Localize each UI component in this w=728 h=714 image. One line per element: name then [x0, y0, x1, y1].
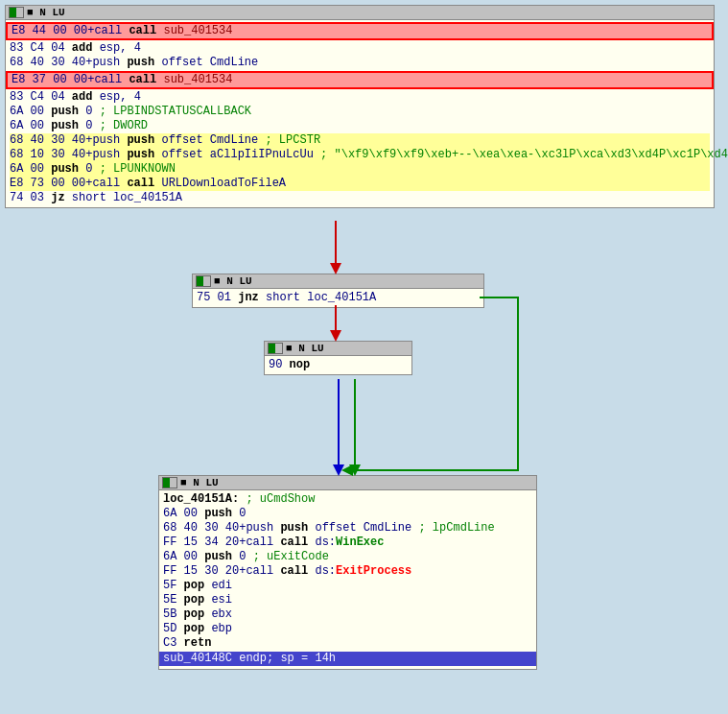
asm-line: 90 nop [269, 358, 408, 372]
asm-line: loc_40151A: ; uCmdShow [163, 492, 532, 507]
asm-line: 5B pop ebx [163, 607, 532, 622]
asm-line: 6A 00 push 0 ; LPBINDSTATUSCALLBACK [10, 105, 710, 119]
jnz-block: ■ N LU 75 01 jnz short loc_40151A [192, 274, 484, 308]
nop-lines: 90 nop [269, 358, 408, 372]
nop-block: ■ N LU 90 nop [264, 341, 412, 375]
asm-line: 5F pop edi [163, 579, 532, 593]
asm-line: 6A 00 push 0 ; DWORD [10, 119, 710, 133]
asm-line: 68 40 30 40+push push offset CmdLine [10, 56, 710, 70]
block-title-nop: ■ N LU [286, 343, 324, 354]
arrow-green-jnz-bottom [347, 298, 518, 470]
asm-line: 83 C4 04 add esp, 4 [10, 41, 710, 56]
bottom-block: ■ N LU loc_40151A: ; uCmdShow6A 00 push … [158, 475, 537, 670]
block-icon-jnz [196, 275, 211, 287]
asm-line: 83 C4 04 add esp, 4 [10, 90, 710, 105]
asm-line: 6A 00 push 0 [163, 507, 532, 521]
asm-line: FF 15 30 20+call call ds:ExitProcess [163, 564, 532, 579]
block-icon-main [9, 7, 24, 18]
asm-line: 68 10 30 40+push push offset aCllpIiIPnu… [10, 148, 710, 162]
asm-line: C3 retn [163, 636, 532, 651]
block-title-main: ■ N LU [27, 7, 65, 18]
block-header-main: ■ N LU [6, 6, 714, 20]
main-lines: E8 44 00 00+call call sub_40153483 C4 04… [10, 22, 710, 205]
block-icon-nop [268, 343, 283, 354]
asm-line: 68 40 30 40+push push offset CmdLine ; L… [10, 133, 710, 148]
jnz-lines: 75 01 jnz short loc_40151A [197, 291, 480, 305]
asm-line: 5E pop esi [163, 593, 532, 607]
asm-line: E8 44 00 00+call call sub_401534 [6, 22, 714, 40]
asm-line: 5D pop ebp [163, 622, 532, 636]
asm-line: E8 37 00 00+call call sub_401534 [6, 71, 714, 89]
main-block: ■ N LU E8 44 00 00+call call sub_4015348… [5, 5, 715, 208]
asm-line: 75 01 jnz short loc_40151A [197, 291, 480, 305]
asm-line: 6A 00 push 0 ; uExitCode [163, 550, 532, 564]
asm-line: sub_40148C endp; sp = 14h [159, 652, 536, 666]
bottom-lines: loc_40151A: ; uCmdShow6A 00 push 068 40 … [163, 492, 532, 666]
asm-line: 68 40 30 40+push push offset CmdLine ; l… [163, 521, 532, 536]
asm-line: FF 15 34 20+call call ds:WinExec [163, 536, 532, 550]
asm-line: 6A 00 push 0 ; LPUNKNOWN [10, 162, 710, 177]
block-title-bottom: ■ N LU [180, 477, 219, 488]
asm-line: E8 73 00 00+call call URLDownloadToFileA [10, 177, 710, 191]
block-header-nop: ■ N LU [265, 342, 411, 356]
asm-line: 74 03 jz short loc_40151A [10, 191, 710, 205]
block-header-bottom: ■ N LU [159, 476, 536, 490]
block-header-jnz: ■ N LU [193, 274, 483, 289]
block-title-jnz: ■ N LU [214, 275, 252, 287]
block-icon-bottom [162, 477, 177, 488]
